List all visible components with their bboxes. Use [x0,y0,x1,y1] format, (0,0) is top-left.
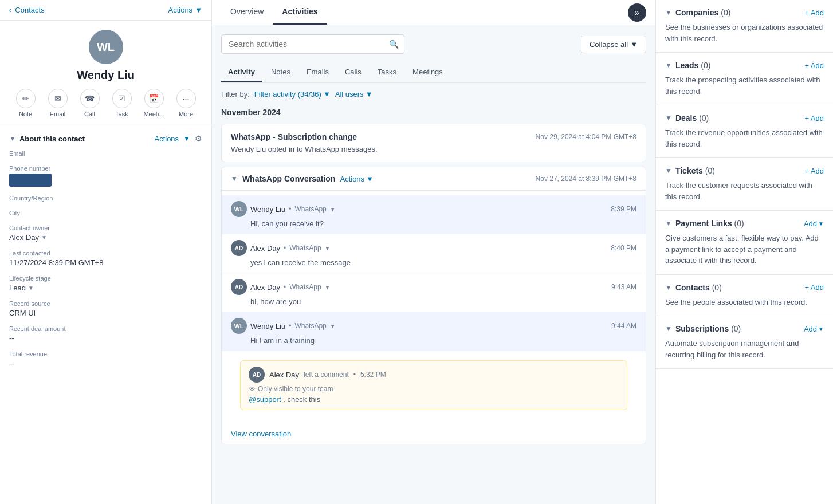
chevron-down-icon: ▼ [665,167,672,175]
note-label: Note [19,111,32,117]
conversation-collapse-icon[interactable]: ▼ [231,175,238,183]
contacts-label: Contacts (0) [675,283,722,292]
sender-name: Alex Day [250,244,280,253]
expand-panel-button[interactable]: » [628,3,646,22]
subscriptions-add-label: Add [804,325,817,333]
chevron-down-icon: ▼ [665,114,672,122]
contact-owner-field-group: Contact owner Alex Day ▼ [9,225,202,242]
tab-activity[interactable]: Activity [221,63,262,82]
message-sender: AD Alex Day • WhatsApp ▼ [231,240,331,256]
whatsapp-conversation-card: ▼ WhatsApp Conversation Actions ▼ Nov 27… [221,167,646,444]
deals-desc: Track the revenue opportunities associat… [665,127,824,149]
phone-field-value[interactable] [9,174,52,187]
message-sender: WL Wendy Liu • WhatsApp ▼ [231,201,336,217]
users-filter-chevron-icon: ▼ [366,90,373,99]
eye-icon: 👁 [249,385,256,393]
contact-owner-value[interactable]: Alex Day ▼ [9,233,202,242]
users-filter-button[interactable]: All users ▼ [335,90,373,99]
message-body: hi, how are you [250,297,636,306]
task-label: Task [115,111,128,117]
tab-tasks[interactable]: Tasks [371,63,403,82]
tab-meetings[interactable]: Meetings [406,63,450,82]
about-actions-button[interactable]: Actions [154,135,179,143]
email-action[interactable]: ✉ Email [44,89,72,117]
contacts-back-label[interactable]: Contacts [15,6,44,14]
message-time: 8:40 PM [611,244,636,252]
more-action[interactable]: ··· More [172,89,200,117]
activity-tabs-bar: Activity Notes Emails Calls Tasks Meetin… [221,63,646,83]
about-title: About this contact [19,135,85,143]
settings-gear-icon[interactable]: ⚙ [195,134,202,143]
message-item: AD Alex Day • WhatsApp ▼ 9:43 AM hi, how… [222,273,646,312]
task-action[interactable]: ☑ Task [108,89,136,117]
left-sidebar: ‹ Contacts Actions ▼ WL Wendy Liu ✏ Note… [0,0,212,504]
subscriptions-header: ▼ Subscriptions (0) Add ▼ [665,324,824,333]
sender-avatar: AD [231,279,247,295]
note-icon: ✏ [16,89,36,108]
payment-links-add-label: Add [804,219,817,228]
subscriptions-add-dropdown[interactable]: Add ▼ [804,325,824,333]
payment-links-add-dropdown[interactable]: Add ▼ [804,219,824,228]
deals-count: (0) [699,113,709,123]
sender-avatar: AD [231,240,247,256]
meeting-action[interactable]: 📅 Meeti... [140,89,168,117]
call-label: Call [84,111,95,117]
sender-separator: • [289,205,291,213]
contacts-add-button[interactable]: + Add [804,283,824,292]
call-action[interactable]: ☎ Call [76,89,104,117]
view-conversation-link[interactable]: View conversation [222,424,300,444]
contact-name: Wendy Liu [77,69,135,82]
sidebar-header: ‹ Contacts Actions ▼ [0,0,211,21]
subscription-activity-title: WhatsApp - Subscription change [231,132,357,141]
channel-dropdown-icon: ▼ [330,323,336,329]
sidebar-actions-label: Actions [168,6,192,14]
activity-filter-label: Filter activity (34/36) [254,90,321,99]
comment-container: AD Alex Day left a comment • 5:32 PM 👁 O… [222,351,646,419]
leads-add-button[interactable]: + Add [804,61,824,70]
activity-filter-button[interactable]: Filter activity (34/36) ▼ [254,90,331,99]
search-input[interactable] [221,34,404,54]
tab-activities[interactable]: Activities [273,0,327,25]
tab-notes[interactable]: Notes [264,63,297,82]
message-header: AD Alex Day • WhatsApp ▼ 9:43 AM [231,279,636,295]
comment-time: 5:32 PM [360,371,386,379]
message-header: AD Alex Day • WhatsApp ▼ 8:40 PM [231,240,636,256]
chevron-down-icon: ▼ [9,135,16,143]
tab-overview[interactable]: Overview [221,0,273,25]
month-header: November 2024 [221,108,646,117]
message-sender: AD Alex Day • WhatsApp ▼ [231,279,331,295]
users-filter-label: All users [335,90,364,99]
tickets-add-button[interactable]: + Add [804,167,824,175]
collapse-all-button[interactable]: Collapse all ▼ [581,36,646,53]
comment-mention: @support [249,395,281,404]
leads-header: ▼ Leads (0) + Add [665,61,824,70]
conversation-actions-button[interactable]: Actions ▼ [340,175,374,183]
payment-links-title: ▼ Payment Links (0) [665,219,744,228]
lifecycle-stage-value[interactable]: Lead ▼ [9,284,202,292]
note-action[interactable]: ✏ Note [12,89,40,117]
commenter-name: Alex Day [269,371,299,379]
email-icon: ✉ [48,89,68,108]
search-input-wrap: 🔍 [221,34,404,54]
message-item: WL Wendy Liu • WhatsApp ▼ 9:44 AM Hi I a… [222,312,646,351]
message-channel: WhatsApp [294,205,326,213]
chevron-down-icon: ▼ [665,219,672,227]
collapse-all-label: Collapse all [590,40,628,49]
subscription-card-header: WhatsApp - Subscription change Nov 29, 2… [231,132,636,141]
tab-emails[interactable]: Emails [300,63,336,82]
tab-calls[interactable]: Calls [338,63,368,82]
tickets-count: (0) [705,166,715,175]
tickets-header: ▼ Tickets (0) + Add [665,166,824,175]
leads-desc: Track the prospecting activities associa… [665,74,824,97]
total-revenue-label: Total revenue [9,351,202,357]
conversation-actions-chevron-icon: ▼ [366,175,374,183]
companies-add-button[interactable]: + Add [804,9,824,17]
comment-separator: • [353,371,356,379]
deals-add-button[interactable]: + Add [804,114,824,123]
sidebar-actions-button[interactable]: Actions ▼ [168,6,202,14]
activities-content: 🔍 Collapse all ▼ Activity Notes Emails C… [212,25,655,504]
tickets-section: ▼ Tickets (0) + Add Track the customer r… [656,158,833,211]
back-to-contacts[interactable]: ‹ Contacts [9,6,45,14]
contact-owner-text: Alex Day [9,233,39,242]
contact-owner-dropdown-icon: ▼ [41,234,47,241]
